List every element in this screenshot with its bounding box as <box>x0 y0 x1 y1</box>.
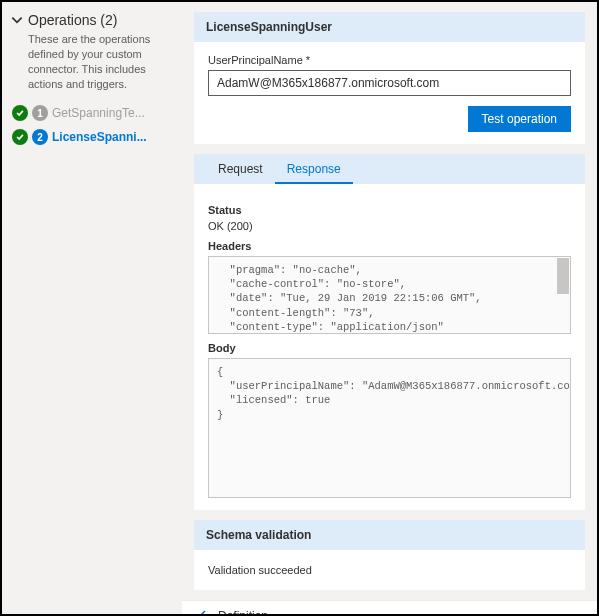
operation-number: 2 <box>32 129 48 145</box>
tab-request[interactable]: Request <box>206 154 275 184</box>
field-label-userprincipalname: UserPrincipalName * <box>208 54 571 66</box>
body-content: { "userPrincipalName": "AdamW@M365x18687… <box>217 366 571 421</box>
headers-content: "pragma": "no-cache", "cache-control": "… <box>217 264 482 334</box>
operation-label: LicenseSpanni... <box>52 130 147 144</box>
response-panel: Request Response Status OK (200) Headers… <box>194 154 585 510</box>
headers-label: Headers <box>208 240 571 252</box>
operation-label: GetSpanningTe... <box>52 106 145 120</box>
operations-description: These are the operations defined by your… <box>28 32 174 91</box>
schema-validation-title: Schema validation <box>194 520 585 550</box>
operation-item-licensespanning[interactable]: 2 LicenseSpanni... <box>10 125 174 149</box>
operation-item-getspanning[interactable]: 1 GetSpanningTe... <box>10 101 174 125</box>
schema-validation-panel: Schema validation Validation succeeded <box>194 520 585 590</box>
operations-sidebar: Operations (2) These are the operations … <box>2 2 182 614</box>
check-icon <box>12 129 28 145</box>
userprincipalname-input[interactable] <box>208 70 571 96</box>
operations-header[interactable]: Operations (2) <box>10 12 174 28</box>
body-textarea[interactable]: { "userPrincipalName": "AdamW@M365x18687… <box>208 358 571 498</box>
chevron-down-icon <box>10 13 24 27</box>
operation-input-panel: LicenseSpanningUser UserPrincipalName * … <box>194 12 585 144</box>
operation-number: 1 <box>32 105 48 121</box>
headers-textarea[interactable]: "pragma": "no-cache", "cache-control": "… <box>208 256 571 334</box>
request-response-tabs: Request Response <box>194 154 585 184</box>
footer-nav: Definition <box>182 600 597 614</box>
status-label: Status <box>208 204 571 216</box>
body-label: Body <box>208 342 571 354</box>
definition-link[interactable]: Definition <box>218 609 268 614</box>
back-arrow-icon[interactable] <box>196 609 210 614</box>
schema-validation-result: Validation succeeded <box>194 550 585 590</box>
check-icon <box>12 105 28 121</box>
status-value: OK (200) <box>208 220 571 232</box>
tab-response[interactable]: Response <box>275 154 353 184</box>
main-content: LicenseSpanningUser UserPrincipalName * … <box>182 2 597 614</box>
scrollbar-icon[interactable] <box>557 258 569 294</box>
operations-title: Operations (2) <box>28 12 117 28</box>
operation-panel-title: LicenseSpanningUser <box>194 12 585 42</box>
test-operation-button[interactable]: Test operation <box>468 106 571 132</box>
